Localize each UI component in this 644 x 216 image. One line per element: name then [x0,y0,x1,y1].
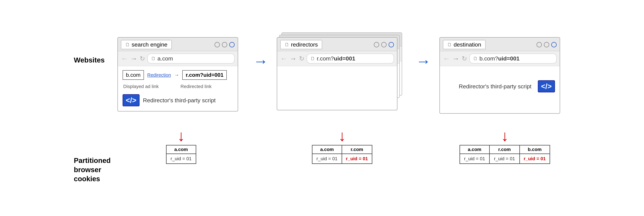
win-btn-1b[interactable] [222,42,227,47]
forward-btn-3[interactable]: → [452,55,459,63]
cookie-header-1-0: a.com [166,145,196,154]
cookie-partition-3-0: a.com r_uid = 01 [460,145,490,164]
cookie-value-2-0: r_uid = 01 [312,154,342,163]
cookie-header-2-0: a.com [312,145,342,154]
script-area-1: </> Redirector's third-party script [122,94,233,106]
cookie-value-3-0: r_uid = 01 [460,154,489,163]
back-btn-3[interactable]: ← [443,55,450,63]
cookie-partition-2-1: r.com r_uid = 01 [342,145,372,164]
red-arrow-2: ↓ [338,128,346,143]
win-btn-2fb[interactable] [381,42,386,47]
toolbar-3: ← → ↻ 🗋 b.com?uid=001 [440,51,560,66]
script-icon-3: </> [538,80,555,92]
titlebar-2f: 🗋 redirectors [277,38,397,51]
back-btn-1[interactable]: ← [121,55,128,63]
cookie-header-2-1: r.com [342,145,372,154]
cookie-value-3-1: r_uid = 01 [490,154,520,163]
red-arrow-1: ↓ [177,128,185,143]
section-labels: Websites Partitionedbrowsercookies [74,33,117,183]
cookie-value-1-0: r_uid = 01 [166,154,196,163]
window-buttons-2f [374,42,394,47]
cookie-header-3-1: r.com [490,145,520,154]
win-btn-3b[interactable] [544,42,549,47]
addr-text-2: r.com?uid=001 [317,55,355,62]
redirected-link: r.com?uid=001 [182,70,227,80]
tab-label-1: search engine [132,41,168,48]
red-arrow-3: ↓ [501,128,508,143]
refresh-btn-3[interactable]: ↻ [462,55,467,62]
script-area-3: Redirector's third-party script </> [444,80,555,92]
win-btn-1c[interactable] [229,42,234,47]
addr-text-1: a.com [158,55,173,62]
refresh-btn-2[interactable]: ↻ [299,55,304,62]
cookie-partition-2-0: a.com r_uid = 01 [312,145,342,164]
forward-btn-1[interactable]: → [130,55,137,63]
label-redirected: Redirected link [180,84,212,89]
column-3: 🗋 destination ← → ↻ 🗋 b.com?uid [440,33,570,164]
cookie-row-2: a.com r_uid = 01 r.com r_uid = 01 [312,145,372,164]
cookie-partition-3-1: r.com r_uid = 01 [490,145,520,164]
tab-label-2: redirectors [291,41,318,48]
titlebar-1: 🗋 search engine [118,38,238,51]
ad-area-1: b.com Redirection → r.com?uid=001 [122,70,233,80]
toolbar-2f: ← → ↻ 🗋 r.com?uid=001 [277,51,397,66]
cookie-partition-1-0: a.com r_uid = 01 [166,145,196,164]
diagram: Websites Partitionedbrowsercookies 🗋 sea… [64,26,580,190]
redirect-label: Redirection [147,72,171,78]
cookie-value-3-2: r_uid = 01 [520,154,550,163]
forward-btn-2[interactable]: → [290,55,297,63]
script-label-1: Redirector's third-party script [143,97,216,104]
win-btn-3c[interactable] [551,42,556,47]
window-buttons-3 [536,42,556,47]
tab-icon-1: 🗋 [125,42,130,47]
websites-label: Websites [74,56,110,64]
address-bar-2[interactable]: 🗋 r.com?uid=001 [307,54,394,64]
win-btn-1a[interactable] [214,42,220,47]
cookies-label: Partitionedbrowsercookies [74,156,110,183]
label-display: Displayed ad link [123,84,159,89]
titlebar-3: 🗋 destination [440,38,560,51]
cookie-row-3: a.com r_uid = 01 r.com r_uid = 01 b.com … [460,145,550,164]
tab-2f[interactable]: 🗋 redirectors [280,40,322,49]
window-buttons-1 [214,42,234,47]
ad-labels: Displayed ad link Redirected link [123,84,233,89]
redirect-arrow: → [174,72,179,78]
tab-3[interactable]: 🗋 destination [443,40,486,49]
content-1: b.com Redirection → r.com?uid=001 Displa… [118,66,238,111]
column-2: 🗋 redirectors ← → ↻ 🗋 r.com?uid [277,33,408,164]
refresh-btn-1[interactable]: ↻ [140,55,145,62]
cookie-value-2-1: r_uid = 01 [342,154,372,163]
cookie-partition-3-2: b.com r_uid = 01 [520,145,550,164]
column-1: 🗋 search engine ← → ↻ 🗋 a.com [118,33,245,164]
win-btn-2fa[interactable] [374,42,379,47]
back-btn-2[interactable]: ← [280,55,287,63]
script-icon-1: </> [122,94,140,106]
address-bar-3[interactable]: 🗋 b.com?uid=001 [470,54,556,64]
address-bar-1[interactable]: 🗋 a.com [148,54,234,64]
cookie-header-3-2: b.com [520,145,550,154]
cookie-row-1: a.com r_uid = 01 [166,145,196,164]
toolbar-1: ← → ↻ 🗋 a.com [118,51,238,66]
blue-arrow-1: → [248,53,273,70]
ad-display-link: b.com [122,70,144,80]
addr-text-3: b.com?uid=001 [480,55,520,62]
script-label-3: Redirector's third-party script [459,83,532,90]
content-3: Redirector's third-party script </> [440,66,560,113]
content-2f [277,66,397,110]
blue-arrow-2: → [411,53,436,70]
tab-1[interactable]: 🗋 search engine [121,40,172,49]
win-btn-2fc[interactable] [388,42,394,47]
addr-icon-1: 🗋 [151,56,156,61]
win-btn-3a[interactable] [536,42,542,47]
tab-label-3: destination [454,41,481,48]
cookie-header-3-0: a.com [460,145,489,154]
